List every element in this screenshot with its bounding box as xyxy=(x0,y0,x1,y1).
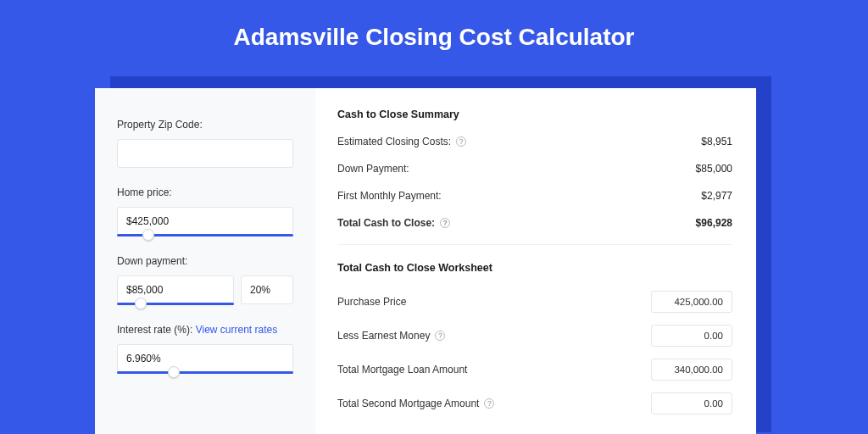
summary-value: $8,951 xyxy=(701,136,732,147)
summary-value: $85,000 xyxy=(696,163,732,175)
worksheet-label: Purchase Price xyxy=(337,296,406,308)
summary-row-closing-costs: Estimated Closing Costs: ? $8,951 xyxy=(337,136,732,147)
slider-thumb-icon[interactable] xyxy=(135,298,147,309)
down-payment-slider[interactable] xyxy=(117,303,234,305)
worksheet-row-mortgage-loan: Total Mortgage Loan Amount 340,000.00 xyxy=(337,359,732,381)
worksheet-input[interactable]: 0.00 xyxy=(651,325,732,347)
home-price-field: Home price: $425,000 xyxy=(117,186,293,236)
view-rates-link[interactable]: View current rates xyxy=(196,324,278,336)
summary-heading: Cash to Close Summary xyxy=(337,108,732,120)
down-payment-label: Down payment: xyxy=(117,255,293,267)
worksheet-label: Total Second Mortgage Amount xyxy=(337,398,479,409)
interest-rate-label-text: Interest rate (%): xyxy=(117,324,192,336)
worksheet-row-second-mortgage: Total Second Mortgage Amount ? 0.00 xyxy=(337,392,732,415)
interest-rate-label: Interest rate (%): View current rates xyxy=(117,324,293,336)
results-panel: Cash to Close Summary Estimated Closing … xyxy=(315,88,756,434)
summary-row-down-payment: Down Payment: $85,000 xyxy=(337,163,732,175)
inputs-panel: Property Zip Code: Home price: $425,000 … xyxy=(95,88,315,434)
page-title: Adamsville Closing Cost Calculator xyxy=(0,0,868,73)
worksheet-row-earnest-money: Less Earnest Money ? 0.00 xyxy=(337,325,732,347)
worksheet-input[interactable]: 0.00 xyxy=(651,392,732,415)
down-payment-pct-input[interactable]: 20% xyxy=(241,275,293,304)
summary-label: Down Payment: xyxy=(337,163,409,175)
zip-label: Property Zip Code: xyxy=(117,119,293,131)
help-icon[interactable]: ? xyxy=(435,331,445,341)
home-price-label: Home price: xyxy=(117,186,293,198)
worksheet-section: Total Cash to Close Worksheet Purchase P… xyxy=(337,244,732,415)
worksheet-label: Less Earnest Money xyxy=(337,330,430,342)
zip-input[interactable] xyxy=(117,139,293,168)
slider-thumb-icon[interactable] xyxy=(168,366,180,378)
help-icon[interactable]: ? xyxy=(440,218,450,228)
summary-value: $96,928 xyxy=(696,217,732,229)
summary-row-first-monthly: First Monthly Payment: $2,977 xyxy=(337,190,732,202)
down-payment-field: Down payment: $85,000 20% xyxy=(117,255,293,305)
summary-row-total: Total Cash to Close: ? $96,928 xyxy=(337,217,732,229)
calculator-card: Property Zip Code: Home price: $425,000 … xyxy=(95,88,756,434)
summary-label: First Monthly Payment: xyxy=(337,190,442,202)
worksheet-heading: Total Cash to Close Worksheet xyxy=(337,262,732,274)
summary-label: Estimated Closing Costs: xyxy=(337,136,451,147)
slider-thumb-icon[interactable] xyxy=(142,229,154,241)
help-icon[interactable]: ? xyxy=(456,136,466,147)
home-price-slider[interactable] xyxy=(117,234,293,236)
worksheet-input[interactable]: 340,000.00 xyxy=(651,359,732,381)
help-icon[interactable]: ? xyxy=(484,398,494,409)
worksheet-input[interactable]: 425,000.00 xyxy=(651,291,732,313)
summary-label: Total Cash to Close: xyxy=(337,217,435,229)
summary-value: $2,977 xyxy=(701,190,732,202)
worksheet-label: Total Mortgage Loan Amount xyxy=(337,364,467,376)
zip-field: Property Zip Code: xyxy=(117,119,293,168)
worksheet-row-purchase-price: Purchase Price 425,000.00 xyxy=(337,291,732,313)
interest-rate-field: Interest rate (%): View current rates 6.… xyxy=(117,324,293,374)
interest-rate-input[interactable]: 6.960% xyxy=(117,344,293,373)
interest-rate-slider[interactable] xyxy=(117,371,293,374)
